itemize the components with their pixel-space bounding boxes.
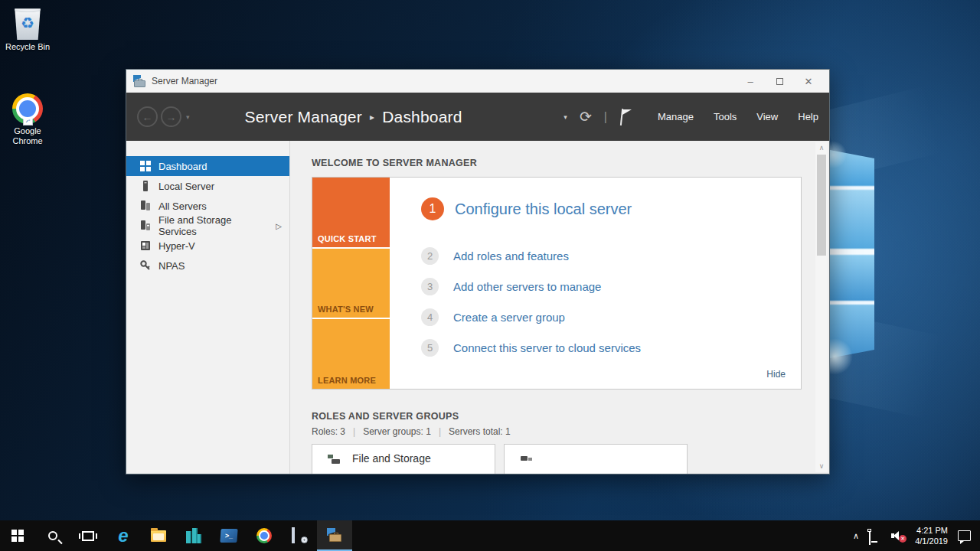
windows-hero-logo <box>830 150 874 358</box>
dashboard-content: WELCOME TO SERVER MANAGER QUICK START WH… <box>290 141 829 474</box>
step-link[interactable]: Add other servers to manage <box>453 280 601 293</box>
computer-disc-icon <box>292 529 307 543</box>
menu-manage[interactable]: Manage <box>658 111 694 122</box>
network-icon[interactable] <box>869 531 881 541</box>
media-pc-button[interactable] <box>282 520 317 551</box>
whats-new-tile[interactable]: WHAT'S NEW <box>312 249 390 318</box>
step-connect-cloud-services[interactable]: 5 Connect this server to cloud services <box>421 339 641 357</box>
breadcrumb-root[interactable]: Server Manager <box>245 108 362 126</box>
hide-link[interactable]: Hide <box>766 369 786 380</box>
powershell-button[interactable]: >_ <box>211 520 247 551</box>
roles-stats: Roles: 3 | Server groups: 1 | Servers to… <box>312 426 802 437</box>
system-tray: ∧ ✕ 4:21 PM 4/1/2019 <box>853 520 980 551</box>
dashboard-grid-icon <box>140 161 151 171</box>
sidebar-item-label: Dashboard <box>158 161 207 172</box>
sidebar-item-all-servers[interactable]: All Servers <box>126 196 289 216</box>
volume-muted-icon[interactable]: ✕ <box>891 530 905 541</box>
window-title: Server Manager <box>152 76 736 86</box>
sidebar-item-label: All Servers <box>158 201 207 212</box>
step-configure-local-server[interactable]: 1 Configure this local server <box>421 197 632 220</box>
sidebar-item-hyper-v[interactable]: Hyper-V <box>126 236 289 256</box>
file-storage-role-icon <box>328 455 341 465</box>
server-manager-app-icon <box>132 75 146 87</box>
role-tile-second[interactable] <box>504 444 688 474</box>
action-center-icon[interactable] <box>958 530 971 541</box>
learn-more-tile[interactable]: LEARN MORE <box>312 319 390 389</box>
task-view-icon <box>82 531 94 541</box>
servers-total-count: Servers total: 1 <box>449 426 511 437</box>
hyper-v-icon <box>140 240 151 251</box>
menu-tools[interactable]: Tools <box>714 111 737 122</box>
notifications-flag-icon[interactable] <box>619 109 632 126</box>
mute-badge: ✕ <box>899 535 906 543</box>
server-icon <box>140 181 151 191</box>
expand-arrow-icon[interactable]: ▷ <box>276 222 282 230</box>
forward-button[interactable]: → <box>161 106 181 127</box>
step-add-other-servers[interactable]: 3 Add other servers to manage <box>421 278 601 295</box>
file-explorer-icon <box>151 530 166 542</box>
desktop-icon-recycle-bin[interactable]: ♻ Recycle Bin <box>0 6 55 52</box>
taskbar: e >_ ∧ ✕ 4:21 PM 4/1/2019 <box>0 520 980 551</box>
learn-more-label: LEARN MORE <box>318 376 376 385</box>
step-number-badge: 5 <box>421 339 439 357</box>
stats-separator: | <box>353 426 355 437</box>
task-view-button[interactable] <box>70 520 106 551</box>
desktop-icon-google-chrome[interactable]: ↗ Google Chrome <box>0 93 55 146</box>
servers-icon <box>140 201 151 211</box>
roles-heading: ROLES AND SERVER GROUPS <box>312 411 802 422</box>
scrollbar-thumb[interactable] <box>817 155 826 256</box>
menu-view[interactable]: View <box>756 111 778 122</box>
step-add-roles-features[interactable]: 2 Add roles and features <box>421 247 569 265</box>
toolbar-separator: | <box>604 110 607 124</box>
maximize-icon <box>776 78 783 85</box>
buildings-icon <box>186 528 201 543</box>
chrome-taskbar-button[interactable] <box>247 520 282 551</box>
file-explorer-button[interactable] <box>141 520 176 551</box>
powershell-icon: >_ <box>220 529 237 543</box>
breadcrumb-dropdown-icon[interactable]: ▾ <box>564 113 567 121</box>
sidebar-item-label: NPAS <box>158 260 185 272</box>
step-number-badge: 1 <box>421 197 444 220</box>
server-groups-count: Server groups: 1 <box>363 426 431 437</box>
menu-help[interactable]: Help <box>798 111 818 122</box>
sidebar-item-file-storage-services[interactable]: File and Storage Services ▷ <box>126 216 289 236</box>
step-create-server-group[interactable]: 4 Create a server group <box>421 308 565 326</box>
step-number-badge: 2 <box>421 247 439 265</box>
tray-chevron-icon[interactable]: ∧ <box>853 531 859 541</box>
menu-bar: Manage Tools View Help <box>658 111 818 122</box>
server-manager-window: Server Manager – ✕ ← → ▾ Server Manager … <box>126 69 830 474</box>
sidebar-item-npas[interactable]: NPAS <box>126 256 289 276</box>
breadcrumb-current: Dashboard <box>382 108 462 126</box>
clock[interactable]: 4:21 PM 4/1/2019 <box>915 525 948 546</box>
start-button[interactable] <box>0 520 35 551</box>
sidebar-item-dashboard[interactable]: Dashboard <box>126 156 289 176</box>
quick-start-tile[interactable]: QUICK START <box>312 178 390 247</box>
minimize-button[interactable]: – <box>736 70 765 92</box>
maximize-button[interactable] <box>765 70 794 92</box>
back-button[interactable]: ← <box>137 106 158 127</box>
server-manager-taskbar-button[interactable] <box>317 520 352 551</box>
scroll-down-icon[interactable]: ∨ <box>815 461 828 472</box>
welcome-heading: WELCOME TO SERVER MANAGER <box>312 158 802 168</box>
role-tile-file-storage[interactable]: File and Storage <box>312 444 495 474</box>
sidebar-item-local-server[interactable]: Local Server <box>126 176 289 196</box>
search-button[interactable] <box>35 520 70 551</box>
step-link[interactable]: Add roles and features <box>453 249 569 262</box>
history-dropdown-icon[interactable]: ▾ <box>186 113 190 121</box>
chrome-label-line1: Google <box>0 126 55 136</box>
hyper-v-manager-button[interactable] <box>176 520 211 551</box>
breadcrumb: Server Manager ▸ Dashboard <box>245 108 462 126</box>
search-icon <box>48 531 57 540</box>
refresh-icon[interactable]: ⟳ <box>580 109 592 124</box>
recycle-bin-label: Recycle Bin <box>0 42 55 52</box>
scroll-up-icon[interactable]: ∧ <box>815 142 828 154</box>
sidebar: Dashboard Local Server All Servers File … <box>126 141 290 474</box>
step-link[interactable]: Configure this local server <box>455 201 632 218</box>
close-button[interactable]: ✕ <box>794 70 823 92</box>
welcome-panel: QUICK START WHAT'S NEW LEARN MORE 1 Conf… <box>312 177 802 390</box>
step-link[interactable]: Create a server group <box>453 311 565 324</box>
tray-date: 4/1/2019 <box>915 536 948 546</box>
vertical-scrollbar[interactable]: ∧ ∨ <box>815 142 828 472</box>
internet-explorer-button[interactable]: e <box>106 520 141 551</box>
step-link[interactable]: Connect this server to cloud services <box>453 341 641 354</box>
